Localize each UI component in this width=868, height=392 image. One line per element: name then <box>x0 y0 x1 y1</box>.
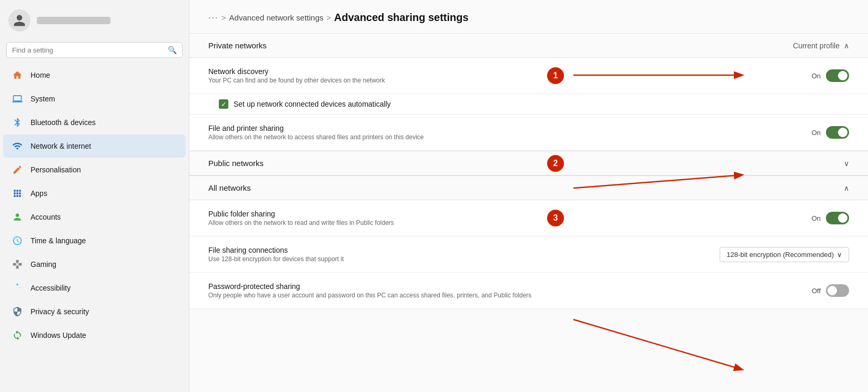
annotation-badge-3: 3 <box>547 210 564 226</box>
file-sharing-info: File sharing connections Use 128-bit enc… <box>208 246 344 263</box>
breadcrumb: ··· > Advanced network settings > Advanc… <box>189 0 868 33</box>
sidebar-nav: HomeSystemBluetooth & devicesNetwork & i… <box>0 63 189 347</box>
network-discovery-title: Network discovery <box>208 67 385 76</box>
annotation-badge-2: 2 <box>547 155 564 172</box>
public-folder-right: On <box>812 212 849 224</box>
current-profile-label: Current profile <box>793 42 840 50</box>
sidebar-item-time[interactable]: Time & language <box>3 229 186 252</box>
sidebar-item-bluetooth-label: Bluetooth & devices <box>31 118 96 127</box>
breadcrumb-sep2: > <box>327 14 331 22</box>
public-folder-row: 3 Public folder sharing Allow others on … <box>189 200 868 236</box>
public-networks-label: Public networks <box>208 159 264 168</box>
public-folder-toggle[interactable] <box>826 212 849 224</box>
password-protected-right: Off <box>812 284 849 297</box>
password-protected-info: Password-protected sharing Only people w… <box>208 282 531 299</box>
sidebar-item-apps-label: Apps <box>31 189 47 198</box>
public-networks-right: ∨ <box>844 159 849 168</box>
search-input[interactable] <box>12 46 164 54</box>
private-networks-right: Current profile ∧ <box>793 42 849 50</box>
password-protected-title: Password-protected sharing <box>208 282 531 291</box>
breadcrumb-link[interactable]: Advanced network settings <box>229 13 324 22</box>
file-printer-desc: Allow others on the network to access sh… <box>208 133 424 141</box>
breadcrumb-current: Advanced sharing settings <box>334 12 469 24</box>
public-collapse-icon[interactable]: ∨ <box>844 159 849 168</box>
auto-setup-label: Set up network connected devices automat… <box>234 100 391 108</box>
all-networks-right: ∧ <box>844 184 849 192</box>
select-chevron-icon: ∨ <box>837 251 842 259</box>
file-printer-toggle-label: On <box>812 129 821 137</box>
personalisation-icon <box>12 164 23 176</box>
network-discovery-info: Network discovery Your PC can find and b… <box>208 67 385 84</box>
breadcrumb-dots[interactable]: ··· <box>208 13 218 23</box>
sidebar-item-accounts-label: Accounts <box>31 213 61 221</box>
avatar <box>8 9 31 32</box>
apps-icon <box>12 188 23 199</box>
network-icon <box>12 140 23 152</box>
sidebar-item-personalisation-label: Personalisation <box>31 166 81 174</box>
network-discovery-toggle[interactable] <box>826 69 849 82</box>
auto-setup-row[interactable]: ✓ Set up network connected devices autom… <box>189 94 868 115</box>
sidebar: 🔍 HomeSystemBluetooth & devicesNetwork &… <box>0 0 189 392</box>
file-printer-toggle[interactable] <box>826 126 849 139</box>
public-folder-info: Public folder sharing Allow others on th… <box>208 210 394 226</box>
file-sharing-select[interactable]: 128-bit encryption (Recommended) ∨ <box>720 247 849 262</box>
file-sharing-desc: Use 128-bit encryption for devices that … <box>208 255 344 263</box>
file-sharing-right: 128-bit encryption (Recommended) ∨ <box>720 247 849 262</box>
file-printer-row: File and printer sharing Allow others on… <box>189 115 868 151</box>
password-protected-row: Password-protected sharing Only people w… <box>189 273 868 309</box>
password-protected-toggle-label: Off <box>812 287 821 295</box>
system-icon <box>12 93 23 105</box>
sidebar-item-update-label: Windows Update <box>31 331 86 339</box>
accounts-icon <box>12 211 23 223</box>
file-printer-info: File and printer sharing Allow others on… <box>208 124 424 141</box>
sidebar-item-time-label: Time & language <box>31 236 86 245</box>
search-box[interactable]: 🔍 <box>6 42 183 58</box>
sidebar-item-gaming[interactable]: Gaming <box>3 253 186 276</box>
sidebar-item-gaming-label: Gaming <box>31 260 56 269</box>
svg-point-0 <box>16 284 18 285</box>
private-networks-header[interactable]: Private networks Current profile ∧ <box>189 33 868 58</box>
sidebar-item-accessibility-label: Accessibility <box>31 284 70 292</box>
network-discovery-toggle-label: On <box>812 72 821 80</box>
update-icon <box>12 329 23 341</box>
sidebar-item-system[interactable]: System <box>3 87 186 110</box>
network-discovery-desc: Your PC can find and be found by other d… <box>208 77 385 84</box>
sidebar-item-personalisation[interactable]: Personalisation <box>3 158 186 181</box>
auto-setup-checkbox[interactable]: ✓ <box>219 99 228 109</box>
annotation-badge-1: 1 <box>547 67 564 84</box>
time-icon <box>12 235 23 246</box>
public-networks-header[interactable]: Public networks 2 ∨ <box>189 151 868 176</box>
file-printer-right: On <box>812 126 849 139</box>
private-networks-label: Private networks <box>208 41 267 50</box>
sidebar-item-network-label: Network & internet <box>31 142 91 150</box>
home-icon <box>12 69 23 81</box>
sidebar-item-accessibility[interactable]: Accessibility <box>3 276 186 300</box>
svg-line-3 <box>573 319 742 369</box>
password-protected-desc: Only people who have a user account and … <box>208 292 531 299</box>
public-folder-toggle-label: On <box>812 214 821 222</box>
all-networks-header[interactable]: All networks ∧ <box>189 176 868 200</box>
sidebar-item-home[interactable]: Home <box>3 64 186 87</box>
sidebar-item-network[interactable]: Network & internet <box>3 135 186 158</box>
breadcrumb-sep1: > <box>221 14 226 22</box>
all-collapse-icon[interactable]: ∧ <box>844 184 849 192</box>
file-sharing-title: File sharing connections <box>208 246 344 254</box>
sidebar-item-update[interactable]: Windows Update <box>3 324 186 347</box>
all-networks-label: All networks <box>208 183 251 192</box>
file-sharing-connections-row: File sharing connections Use 128-bit enc… <box>189 236 868 273</box>
gaming-icon <box>12 259 23 270</box>
sidebar-item-accounts[interactable]: Accounts <box>3 205 186 229</box>
private-collapse-icon[interactable]: ∧ <box>844 42 849 50</box>
network-discovery-row: 1 Network discovery Your PC can find and… <box>189 58 868 94</box>
sidebar-item-privacy-label: Privacy & security <box>31 307 89 316</box>
file-sharing-select-value: 128-bit encryption (Recommended) <box>726 251 834 259</box>
sidebar-item-apps[interactable]: Apps <box>3 182 186 205</box>
sidebar-item-bluetooth[interactable]: Bluetooth & devices <box>3 111 186 134</box>
accessibility-icon <box>12 282 23 294</box>
user-section <box>0 0 189 39</box>
sidebar-item-privacy[interactable]: Privacy & security <box>3 300 186 323</box>
main-panel: ··· > Advanced network settings > Advanc… <box>189 0 868 392</box>
password-protected-toggle[interactable] <box>826 284 849 297</box>
file-printer-title: File and printer sharing <box>208 124 424 132</box>
network-discovery-right: On <box>812 69 849 82</box>
